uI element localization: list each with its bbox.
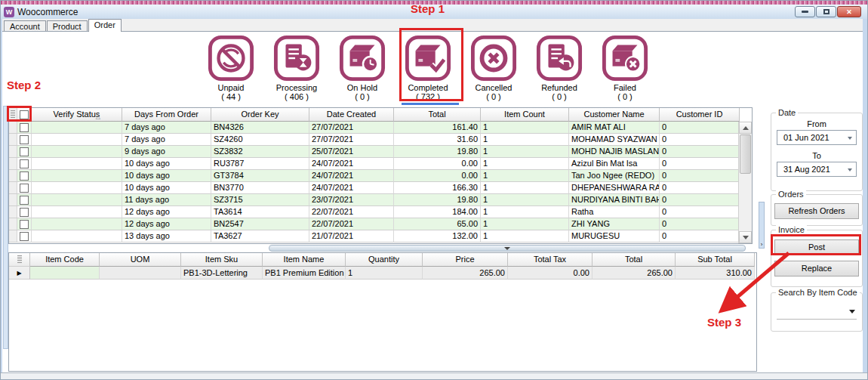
order-cell: Tan Joo Ngee (REDO): [569, 170, 660, 182]
order-cell: [32, 170, 122, 182]
column-header-customer-id[interactable]: Customer ID: [660, 108, 740, 122]
order-row[interactable]: 10 days agoGT378424/07/20210.001Tan Joo …: [9, 170, 752, 182]
refunded-icon: [533, 35, 586, 82]
processing-icon: [270, 35, 323, 82]
row-header: [9, 206, 17, 218]
row-checkbox[interactable]: [20, 171, 29, 181]
order-row[interactable]: 10 days agoBN377024/07/2021166.301DHEPAN…: [9, 182, 752, 194]
row-select-cell: [9, 122, 32, 134]
detail-column-header-item-code[interactable]: Item Code: [30, 253, 100, 267]
maximize-button[interactable]: [816, 6, 836, 17]
order-cell: 166.30: [394, 182, 481, 194]
horizontal-splitter[interactable]: [269, 245, 746, 252]
column-header-date-created[interactable]: Date Created: [309, 108, 394, 122]
column-header-customer-name[interactable]: Customer Name: [569, 108, 660, 122]
date-group-title: Date: [776, 108, 798, 117]
date-groupbox: Date From 01 Jun 2021 To 31 Aug 2021: [771, 113, 863, 191]
detail-column-header-item-name[interactable]: Item Name: [263, 253, 346, 267]
order-row[interactable]: 7 days agoSZ426027/07/202131.601MOHAMAD …: [9, 134, 752, 146]
tab-product[interactable]: Product: [47, 20, 88, 32]
order-row[interactable]: 13 days agoTA362721/07/2021132.001MURUGE…: [9, 230, 752, 243]
order-cell: 10 days ago: [122, 170, 211, 182]
detail-column-header-uom[interactable]: UOM: [100, 253, 181, 267]
status-filter-failed[interactable]: Failed( 0 ): [599, 35, 651, 105]
minimize-button[interactable]: [795, 6, 815, 17]
order-cell: TA3627: [211, 230, 309, 243]
row-checkbox[interactable]: [20, 232, 29, 241]
status-filter-refunded[interactable]: Refunded( 0 ): [533, 35, 586, 105]
date-to-picker[interactable]: 31 Aug 2021: [777, 162, 857, 177]
chevron-down-icon: [848, 137, 852, 140]
column-header-verify-status[interactable]: Verify Status△: [32, 108, 122, 122]
detail-column-header-total[interactable]: Total: [593, 253, 676, 267]
order-cell: 0: [660, 182, 740, 194]
order-row[interactable]: 11 days agoSZ371523/07/202119.801NURDIYA…: [9, 194, 752, 206]
orders-grid-scrollbar[interactable]: [738, 122, 752, 243]
row-checkbox[interactable]: [20, 135, 29, 144]
vertical-splitter[interactable]: ›: [759, 202, 765, 249]
order-cell: 10 days ago: [122, 182, 211, 194]
refresh-orders-button[interactable]: Refresh Orders: [774, 203, 859, 219]
status-label: Cancelled: [467, 83, 520, 92]
detail-column-header-total-tax[interactable]: Total Tax: [508, 253, 593, 267]
detail-column-header-sub-total[interactable]: Sub Total: [676, 253, 755, 267]
detail-column-header-price[interactable]: Price: [423, 253, 508, 267]
order-row[interactable]: 9 days agoSZ383225/07/202119.801MOHD NAJ…: [9, 146, 752, 158]
order-cell: 132.00: [394, 230, 481, 243]
row-checkbox[interactable]: [20, 196, 29, 205]
date-from-picker[interactable]: 01 Jun 2021: [777, 130, 857, 145]
order-cell: [32, 158, 122, 170]
row-checkbox[interactable]: [20, 184, 29, 193]
left-splitter[interactable]: [3, 106, 8, 349]
status-filter-on-hold[interactable]: On Hold( 0 ): [336, 35, 389, 105]
order-row[interactable]: 12 days agoTA361422/07/2021184.001Ratha0: [9, 206, 752, 218]
order-cell: MOHAMAD SYAZWAN BI...: [569, 134, 660, 146]
scrollbar-thumb[interactable]: [740, 134, 751, 174]
status-count: ( 0 ): [599, 92, 651, 101]
column-header-item-count[interactable]: Item Count: [481, 108, 569, 122]
status-filter-processing[interactable]: Processing( 406 ): [270, 35, 323, 105]
close-button[interactable]: ✕: [837, 6, 861, 17]
invoice-item-cell: 0.00: [508, 267, 593, 280]
order-cell: 19.80: [394, 194, 481, 206]
search-by-item-code-dropdown[interactable]: [777, 304, 857, 319]
window-right-border: [863, 19, 867, 372]
column-header-days-from-order[interactable]: Days From Order: [122, 108, 211, 122]
order-cell: Azizul Bin Mat Isa: [569, 158, 660, 170]
order-cell: 0: [660, 230, 740, 243]
column-header-order-key[interactable]: Order Key: [211, 108, 309, 122]
step2-label: Step 2: [7, 79, 41, 91]
order-cell: 25/07/2021: [309, 146, 394, 158]
order-cell: 1: [481, 122, 569, 134]
tab-order[interactable]: Order: [88, 19, 122, 32]
order-row[interactable]: 10 days agoRU378724/07/20210.001Azizul B…: [9, 158, 752, 170]
step3-highlight-box: [771, 234, 861, 255]
row-checkbox[interactable]: [20, 220, 29, 229]
tab-account[interactable]: Account: [4, 20, 46, 32]
order-cell: 23/07/2021: [309, 194, 394, 206]
row-checkbox[interactable]: [20, 147, 29, 156]
row-checkbox[interactable]: [20, 208, 29, 217]
replace-button[interactable]: Replace: [774, 261, 859, 277]
column-header-total[interactable]: Total: [394, 108, 481, 122]
chevron-right-icon: ›: [761, 241, 763, 248]
row-checkbox[interactable]: [20, 123, 29, 132]
order-cell: 1: [481, 230, 569, 243]
scroll-up-button[interactable]: [739, 122, 752, 134]
order-cell: [32, 206, 122, 218]
detail-column-header-quantity[interactable]: Quantity: [346, 253, 423, 267]
detail-column-header-item-sku[interactable]: Item Sku: [181, 253, 263, 267]
status-filter-cancelled[interactable]: Cancelled( 0 ): [467, 35, 520, 105]
invoice-item-row[interactable]: ▶PB1-3D-LetteringPB1 Premium Edition B..…: [9, 267, 756, 280]
scroll-down-button[interactable]: [739, 231, 752, 243]
orders-group-title: Orders: [776, 190, 806, 199]
orders-grid-body: 7 days agoBN432627/07/2021161.401AMIR MA…: [9, 122, 752, 243]
order-row[interactable]: 12 days agoBN254722/07/202165.001ZHI YAN…: [9, 218, 752, 230]
order-cell: TA3614: [211, 206, 309, 218]
row-checkbox[interactable]: [20, 159, 29, 168]
detail-header-row: Item CodeUOMItem SkuItem NameQuantityPri…: [9, 253, 756, 267]
order-row[interactable]: 7 days agoBN432627/07/2021161.401AMIR MA…: [9, 122, 752, 134]
order-cell: 0: [660, 134, 740, 146]
status-filter-unpaid[interactable]: Unpaid( 44 ): [205, 35, 257, 105]
order-cell: 21/07/2021: [309, 230, 394, 243]
